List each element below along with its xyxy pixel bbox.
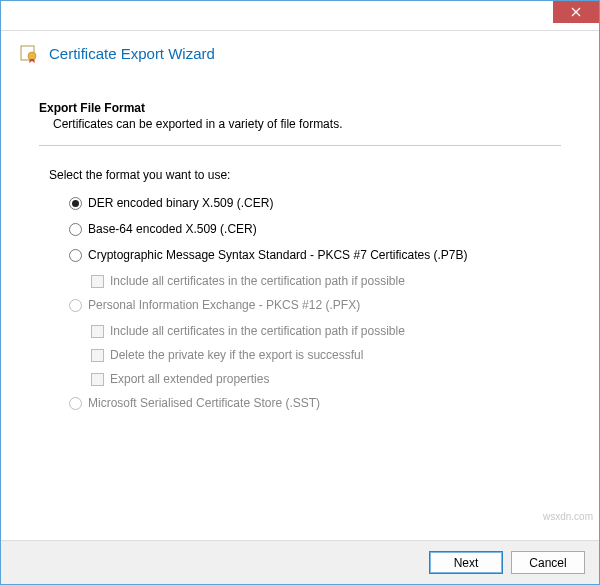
radio-label: Personal Information Exchange - PKCS #12… [88,298,360,312]
format-options: DER encoded binary X.509 (.CER) Base-64 … [69,196,561,410]
radio-label: Microsoft Serialised Certificate Store (… [88,396,320,410]
radio-icon [69,299,82,312]
wizard-footer: Next Cancel [1,540,599,584]
wizard-header: Certificate Export Wizard [1,31,599,81]
check-pfx-export-ext: Export all extended properties [91,372,561,386]
close-icon [571,5,581,20]
radio-der[interactable]: DER encoded binary X.509 (.CER) [69,196,561,210]
section-sub: Certificates can be exported in a variet… [53,117,561,131]
button-label: Next [454,556,479,570]
check-pfx-delete-key: Delete the private key if the export is … [91,348,561,362]
radio-label: DER encoded binary X.509 (.CER) [88,196,273,210]
check-pkcs7-include-chain: Include all certificates in the certific… [91,274,561,288]
checkbox-icon [91,373,104,386]
check-pfx-include-chain: Include all certificates in the certific… [91,324,561,338]
titlebar [1,1,599,31]
wizard-window: Certificate Export Wizard Export File Fo… [0,0,600,585]
svg-point-3 [28,52,36,60]
button-label: Cancel [529,556,566,570]
checkbox-label: Include all certificates in the certific… [110,324,405,338]
next-button[interactable]: Next [429,551,503,574]
checkbox-icon [91,275,104,288]
close-button[interactable] [553,1,599,23]
radio-icon [69,249,82,262]
radio-icon [69,397,82,410]
radio-icon [69,223,82,236]
radio-pfx: Personal Information Exchange - PKCS #12… [69,298,561,312]
radio-base64[interactable]: Base-64 encoded X.509 (.CER) [69,222,561,236]
checkbox-label: Delete the private key if the export is … [110,348,363,362]
radio-label: Cryptographic Message Syntax Standard - … [88,248,468,262]
radio-label: Base-64 encoded X.509 (.CER) [88,222,257,236]
radio-icon [69,197,82,210]
section-heading: Export File Format [39,101,561,115]
radio-pkcs7[interactable]: Cryptographic Message Syntax Standard - … [69,248,561,262]
divider [39,145,561,146]
wizard-title: Certificate Export Wizard [49,45,215,62]
radio-sst: Microsoft Serialised Certificate Store (… [69,396,561,410]
checkbox-icon [91,325,104,338]
format-prompt: Select the format you want to use: [49,168,561,182]
checkbox-label: Include all certificates in the certific… [110,274,405,288]
checkbox-label: Export all extended properties [110,372,269,386]
wizard-content: Export File Format Certificates can be e… [1,81,599,540]
cancel-button[interactable]: Cancel [511,551,585,574]
certificate-icon [19,43,39,63]
checkbox-icon [91,349,104,362]
